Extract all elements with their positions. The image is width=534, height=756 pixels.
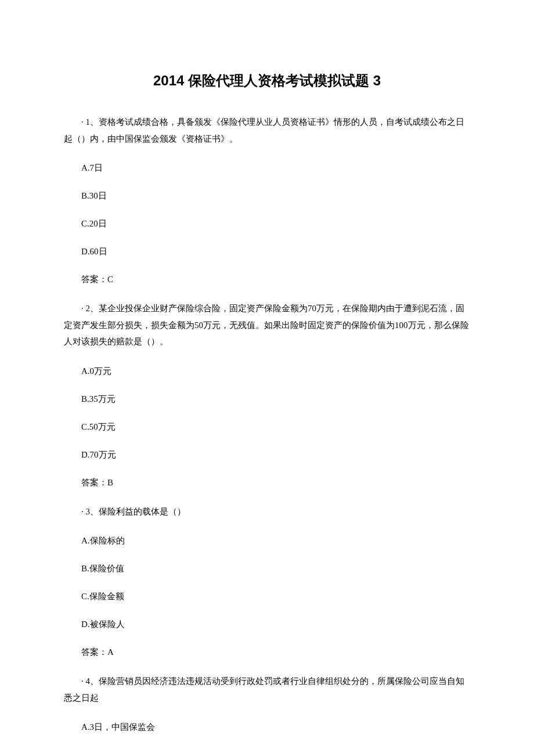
- page-title: 2014 保险代理人资格考试模拟试题 3: [64, 70, 470, 92]
- question-2: · 2、某企业投保企业财产保险综合险，固定资产保险金额为70万元，在保险期内由于…: [64, 300, 470, 350]
- question-stem: 1、资格考试成绩合格，具备颁发《保险代理从业人员资格证书》情形的人员，自考试成绩…: [64, 117, 464, 143]
- question-3: · 3、保险利益的载体是（）: [64, 503, 470, 520]
- question-4: · 4、保险营销员因经济违法违规活动受到行政处罚或者行业自律组织处分的，所属保险…: [64, 673, 470, 706]
- question-1-option-d: D.60日: [64, 244, 470, 258]
- bullet: ·: [81, 676, 84, 686]
- question-3-option-c: C.保险金额: [64, 589, 470, 603]
- question-3-answer: 答案：A: [64, 645, 470, 659]
- question-stem: 4、保险营销员因经济违法违规活动受到行政处罚或者行业自律组织处分的，所属保险公司…: [64, 676, 464, 703]
- question-1: · 1、资格考试成绩合格，具备颁发《保险代理从业人员资格证书》情形的人员，自考试…: [64, 114, 470, 147]
- question-2-option-b: B.35万元: [64, 392, 470, 406]
- question-4-option-a: A.3日，中国保监会: [64, 720, 470, 734]
- question-2-answer: 答案：B: [64, 476, 470, 489]
- bullet: ·: [81, 117, 84, 127]
- question-3-option-d: D.被保险人: [64, 617, 470, 631]
- question-1-answer: 答案：C: [64, 272, 470, 286]
- question-2-option-c: C.50万元: [64, 420, 470, 434]
- question-1-option-c: C.20日: [64, 217, 470, 231]
- question-2-option-d: D.70万元: [64, 448, 470, 462]
- bullet: ·: [81, 304, 84, 313]
- question-3-option-b: B.保险价值: [64, 561, 470, 575]
- question-1-option-a: A.7日: [64, 161, 470, 175]
- question-2-option-a: A.0万元: [64, 364, 470, 378]
- question-3-option-a: A.保险标的: [64, 534, 470, 548]
- question-stem: 2、某企业投保企业财产保险综合险，固定资产保险金额为70万元，在保险期内由于遭到…: [64, 304, 469, 346]
- bullet: ·: [81, 507, 84, 516]
- question-1-option-b: B.30日: [64, 189, 470, 203]
- question-stem: 3、保险利益的载体是（）: [86, 507, 186, 516]
